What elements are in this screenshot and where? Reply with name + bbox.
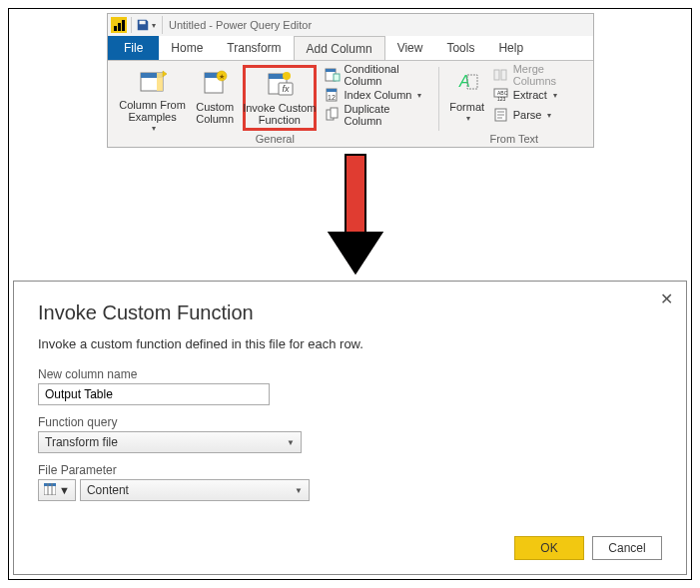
format-button[interactable]: A Format ▾ (445, 65, 489, 131)
parse-button[interactable]: Parse ▾ (491, 105, 554, 125)
chevron-down-icon: ▾ (466, 113, 470, 125)
svg-marker-3 (163, 71, 167, 77)
duplicate-column-label: Duplicate Column (345, 103, 430, 127)
merge-columns-label: Merge Columns (513, 63, 581, 87)
format-icon: A (453, 67, 481, 99)
conditional-column-label: Conditional Column (345, 63, 430, 87)
merge-columns-button: Merge Columns (491, 65, 583, 85)
window-title: Untitled - Power Query Editor (169, 19, 312, 31)
group-from-text: A Format ▾ Merge Columns (441, 65, 587, 145)
tab-add-column[interactable]: Add Column (294, 36, 385, 61)
extract-label: Extract (513, 89, 547, 101)
invoke-custom-function-button[interactable]: fx Invoke Custom Function (243, 65, 316, 131)
tab-transform[interactable]: Transform (215, 36, 293, 60)
group-from-text-label: From Text (489, 131, 538, 145)
svg-rect-14 (326, 69, 336, 72)
red-arrow-annotation (341, 154, 370, 274)
dialog-subtitle: Invoke a custom function defined in this… (38, 336, 662, 351)
index-column-label: Index Column (345, 89, 412, 101)
svg-rect-24 (501, 70, 506, 80)
file-parameter-value: Content (87, 483, 129, 497)
tab-tools[interactable]: Tools (434, 36, 486, 60)
custom-column-button[interactable]: ★ Custom Column (189, 65, 241, 131)
parse-label: Parse (513, 109, 542, 121)
svg-rect-33 (44, 483, 56, 486)
cancel-button[interactable]: Cancel (592, 536, 662, 560)
parse-icon (493, 107, 509, 123)
svg-text:123: 123 (497, 96, 506, 102)
merge-columns-icon (493, 67, 509, 83)
invoke-custom-function-dialog: ✕ Invoke Custom Function Invoke a custom… (13, 281, 687, 575)
custom-column-label: Custom Column (196, 101, 234, 125)
svg-text:★: ★ (219, 73, 225, 80)
extract-icon: ABC123 (493, 87, 509, 103)
parameter-type-button[interactable]: ▼ (38, 479, 76, 501)
chevron-down-icon: ▾ (417, 91, 421, 100)
chevron-down-icon: ▾ (547, 111, 551, 120)
duplicate-column-icon (325, 107, 341, 123)
svg-rect-2 (157, 73, 163, 91)
tab-home[interactable]: Home (159, 36, 215, 60)
conditional-column-button[interactable]: Conditional Column (323, 65, 432, 85)
close-button[interactable]: ✕ (656, 290, 676, 309)
svg-text:12: 12 (328, 94, 336, 101)
svg-text:A: A (458, 73, 470, 90)
power-query-editor-window: ▾ Untitled - Power Query Editor File Hom… (107, 13, 594, 148)
function-query-select[interactable]: Transform file ▼ (38, 431, 302, 453)
function-query-value: Transform file (45, 435, 118, 449)
function-query-label: Function query (38, 415, 662, 429)
ribbon-body: Column From Examples ▾ ★ Custom Column f… (108, 60, 593, 147)
quick-access-dropdown-icon[interactable]: ▾ (152, 21, 156, 30)
chevron-down-icon: ▼ (287, 438, 295, 447)
group-general-label: General (256, 131, 295, 145)
svg-point-12 (283, 72, 291, 80)
table-icon (44, 483, 56, 497)
column-from-examples-label: Column From Examples (119, 99, 186, 123)
svg-rect-23 (494, 70, 499, 80)
group-general: Column From Examples ▾ ★ Custom Column f… (114, 65, 436, 145)
column-from-examples-icon (138, 67, 168, 97)
chevron-down-icon: ▼ (59, 484, 70, 496)
tab-file[interactable]: File (108, 36, 159, 60)
conditional-column-icon (325, 67, 341, 83)
save-icon[interactable] (136, 18, 150, 32)
chevron-down-icon: ▾ (152, 123, 156, 135)
extract-button[interactable]: ABC123 Extract ▾ (491, 85, 559, 105)
svg-rect-17 (327, 89, 337, 92)
power-bi-logo-icon (111, 17, 127, 33)
custom-column-icon: ★ (200, 67, 230, 99)
index-column-button[interactable]: 12 Index Column ▾ (323, 85, 432, 105)
svg-rect-20 (331, 108, 338, 118)
ribbon-tabs: File Home Transform Add Column View Tool… (108, 36, 593, 60)
chevron-down-icon: ▾ (553, 91, 557, 100)
invoke-custom-function-label: Invoke Custom Function (243, 102, 316, 126)
new-column-name-label: New column name (38, 367, 662, 381)
new-column-name-input[interactable] (38, 383, 270, 405)
close-icon: ✕ (660, 291, 673, 307)
ok-button[interactable]: OK (514, 536, 584, 560)
invoke-custom-function-icon: fx (265, 68, 295, 100)
tab-view[interactable]: View (385, 36, 435, 60)
svg-rect-15 (334, 74, 340, 81)
format-label: Format (449, 101, 484, 113)
index-column-icon: 12 (325, 87, 341, 103)
tab-help[interactable]: Help (486, 36, 535, 60)
svg-text:fx: fx (282, 84, 290, 94)
file-parameter-label: File Parameter (38, 463, 662, 477)
column-from-examples-button[interactable]: Column From Examples ▾ (118, 65, 187, 131)
title-bar: ▾ Untitled - Power Query Editor (108, 14, 593, 36)
file-parameter-select[interactable]: Content ▼ (80, 479, 310, 501)
duplicate-column-button[interactable]: Duplicate Column (323, 105, 432, 125)
dialog-title: Invoke Custom Function (38, 301, 662, 324)
chevron-down-icon: ▼ (295, 486, 303, 495)
